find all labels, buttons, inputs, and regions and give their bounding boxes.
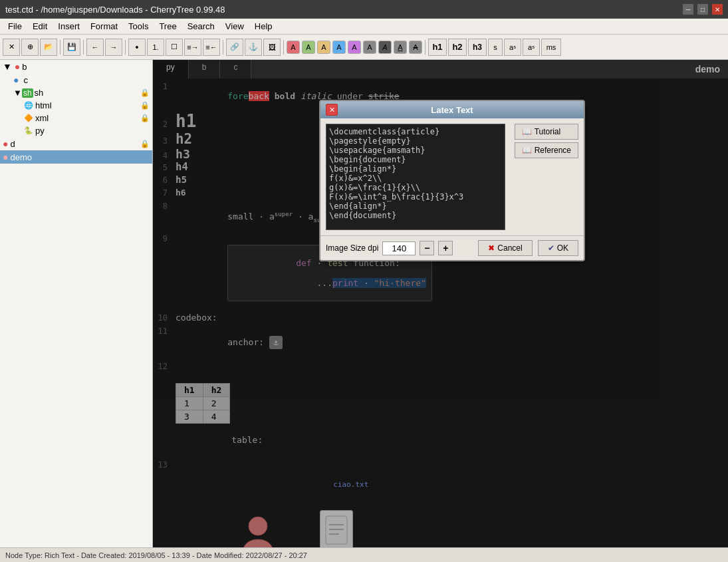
toolbar-sep1 xyxy=(60,40,61,55)
color-btn-1[interactable]: A xyxy=(287,41,300,54)
lock-icon-html: 🔒 xyxy=(140,101,150,110)
menu-format[interactable]: Format xyxy=(85,20,123,33)
toolbar-num[interactable]: 1. xyxy=(147,39,164,56)
toolbar-save[interactable]: 💾 xyxy=(63,39,80,56)
color-btn-7[interactable]: A xyxy=(378,41,392,54)
tree-expand-b: ▼ xyxy=(3,61,12,72)
dpi-increase-button[interactable]: + xyxy=(438,241,453,255)
sidebar-item-xml[interactable]: 🔶 xml 🔒 xyxy=(0,112,152,124)
dialog-side-buttons: 📖 Tutorial 📖 Reference xyxy=(515,124,578,230)
node-label-html: html xyxy=(35,100,52,110)
toolbar-bullet[interactable]: • xyxy=(128,39,146,56)
toolbar-indent[interactable]: ≡→ xyxy=(184,39,201,56)
reference-label: Reference xyxy=(535,146,571,155)
ok-button[interactable]: ✔ OK xyxy=(538,240,578,256)
node-label-sh: sh xyxy=(35,88,44,98)
latex-code-editor[interactable]: <span class="latex-kw">\documentclass</s… xyxy=(326,124,505,230)
tutorial-icon: 📖 xyxy=(522,127,532,136)
menu-view[interactable]: View xyxy=(220,20,249,33)
toolbar-link2[interactable]: ⚓ xyxy=(245,39,262,56)
s-btn[interactable]: s xyxy=(488,39,503,56)
menu-tree[interactable]: Tree xyxy=(154,20,182,33)
color-btn-5[interactable]: A xyxy=(348,41,361,54)
ok-label: OK xyxy=(557,243,568,253)
toolbar-redo[interactable]: → xyxy=(105,39,122,56)
toolbar-sep4 xyxy=(223,40,223,55)
node-label-d: d xyxy=(10,139,15,149)
menu-insert[interactable]: Insert xyxy=(53,20,85,33)
sidebar-item-sh[interactable]: ▼ sh sh 🔒 xyxy=(0,86,152,99)
sidebar-item-c[interactable]: ● c xyxy=(0,73,152,86)
color-btn-3[interactable]: A xyxy=(317,41,330,54)
sidebar-item-html[interactable]: 🌐 html 🔒 xyxy=(0,99,152,112)
dpi-input[interactable] xyxy=(382,241,416,255)
maximize-button[interactable]: □ xyxy=(697,4,708,15)
color-btn-9[interactable]: A xyxy=(409,41,422,54)
lock-icon-sh: 🔒 xyxy=(140,88,150,97)
ms-btn[interactable]: ms xyxy=(541,39,561,56)
node-icon-c: ● xyxy=(13,74,19,85)
toolbar-new[interactable]: ⊕ xyxy=(21,39,39,56)
main-layout: ▼ ● b ● c ▼ sh sh 🔒 🌐 html 🔒 🔶 xml 🔒 xyxy=(0,60,728,547)
toolbar-img[interactable]: 🖼 xyxy=(263,39,281,56)
node-label-c: c xyxy=(23,75,28,85)
node-icon-d: ● xyxy=(3,138,8,149)
toolbar-sep6 xyxy=(425,40,425,55)
dialog-content-row: <span class="latex-kw">\documentclass</s… xyxy=(326,124,578,230)
h3-btn[interactable]: h3 xyxy=(468,39,487,56)
node-label-py: py xyxy=(35,126,45,136)
color-btn-4[interactable]: A xyxy=(332,41,346,54)
menu-help[interactable]: Help xyxy=(249,20,278,33)
menu-edit[interactable]: Edit xyxy=(27,20,53,33)
tree-expand-sh: ▼ xyxy=(13,88,22,98)
node-label-demo: demo xyxy=(10,152,32,162)
toolbar-close[interactable]: ✕ xyxy=(3,39,20,56)
toolbar-open[interactable]: 📂 xyxy=(40,39,57,56)
statusbar-text: Node Type: Rich Text - Date Created: 201… xyxy=(5,551,307,559)
toolbar-sep2 xyxy=(83,40,84,55)
toolbar-unindent[interactable]: ≡← xyxy=(203,39,220,56)
color-buttons: A A A A A A A A A xyxy=(287,41,422,54)
sup-btn[interactable]: as xyxy=(504,39,521,56)
node-icon-sh: sh xyxy=(22,88,33,98)
toolbar-undo[interactable]: ← xyxy=(86,39,104,56)
reference-button[interactable]: 📖 Reference xyxy=(515,142,578,158)
toolbar-sep3 xyxy=(125,40,126,55)
toolbar-link[interactable]: 🔗 xyxy=(226,39,243,56)
sidebar-item-demo[interactable]: ● demo xyxy=(0,150,152,164)
toolbar-todo[interactable]: ☐ xyxy=(166,39,183,56)
color-btn-2[interactable]: A xyxy=(302,41,315,54)
dialog-footer: Image Size dpi − + ✖ Cancel ✔ OK xyxy=(320,235,584,260)
sidebar-item-b[interactable]: ▼ ● b xyxy=(0,60,152,73)
minimize-button[interactable]: ─ xyxy=(683,4,693,15)
tutorial-button[interactable]: 📖 Tutorial xyxy=(515,124,578,140)
color-btn-6[interactable]: A xyxy=(363,41,376,54)
cancel-button[interactable]: ✖ Cancel xyxy=(478,240,532,256)
menu-search[interactable]: Search xyxy=(182,20,220,33)
node-icon-b: ● xyxy=(15,61,20,72)
dpi-control: Image Size dpi − + xyxy=(326,241,453,255)
dialog-titlebar: ✕ Latex Text xyxy=(320,101,584,118)
menu-tools[interactable]: Tools xyxy=(123,20,154,33)
editor-area: py b c demo 1 foreback bold italic under… xyxy=(153,60,728,547)
titlebar: test.ctd - /home/giuspen/Downloads - Che… xyxy=(0,0,728,19)
titlebar-title: test.ctd - /home/giuspen/Downloads - Che… xyxy=(5,5,225,15)
menu-file[interactable]: File xyxy=(3,20,27,33)
dialog-title: Latex Text xyxy=(431,105,473,115)
sidebar: ▼ ● b ● c ▼ sh sh 🔒 🌐 html 🔒 🔶 xml 🔒 xyxy=(0,60,153,547)
menubar: File Edit Insert Format Tools Tree Searc… xyxy=(0,19,728,35)
cancel-icon: ✖ xyxy=(488,243,495,253)
cancel-label: Cancel xyxy=(497,243,522,253)
sidebar-item-py[interactable]: 🐍 py xyxy=(0,124,152,137)
dpi-decrease-button[interactable]: − xyxy=(420,241,434,255)
h2-btn[interactable]: h2 xyxy=(448,39,467,56)
color-btn-8[interactable]: A xyxy=(394,41,407,54)
sub-btn[interactable]: as xyxy=(523,39,540,56)
h1-btn[interactable]: h1 xyxy=(428,39,447,56)
dialog-close-button[interactable]: ✕ xyxy=(326,104,338,116)
close-button[interactable]: ✕ xyxy=(712,4,723,15)
sidebar-item-d[interactable]: ● d 🔒 xyxy=(0,137,152,150)
node-icon-py: 🐍 xyxy=(24,126,33,135)
lock-icon-d: 🔒 xyxy=(140,140,150,148)
node-icon-demo: ● xyxy=(3,152,8,162)
